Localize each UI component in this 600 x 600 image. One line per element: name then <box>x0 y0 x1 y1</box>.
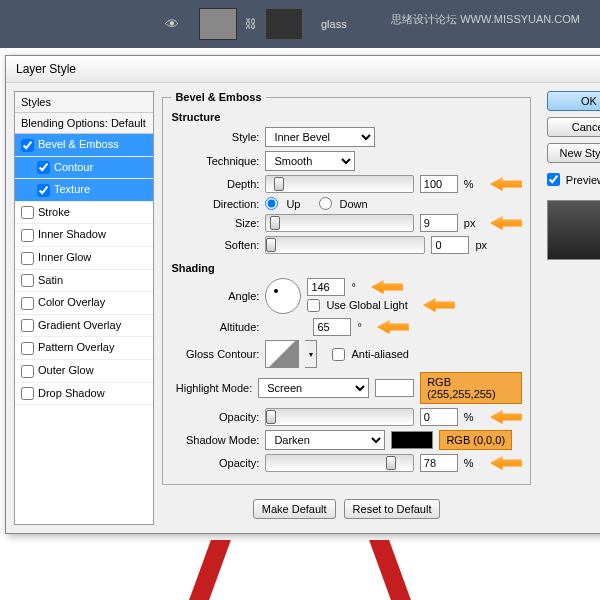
layer-style-dialog: Layer Style Styles Blending Options: Def… <box>5 55 600 534</box>
inner-glow-label: Inner Glow <box>38 251 91 263</box>
s-opacity-slider[interactable] <box>265 454 413 472</box>
sidebar-satin[interactable]: Satin <box>15 270 153 293</box>
sidebar-drop-shadow[interactable]: Drop Shadow <box>15 383 153 406</box>
down-label: Down <box>340 198 368 210</box>
up-label: Up <box>286 198 300 210</box>
depth-slider[interactable] <box>265 175 413 193</box>
shadow-rgb-tag: RGB (0,0,0) <box>439 430 512 450</box>
global-light-checkbox[interactable] <box>307 299 320 312</box>
contour-label: Contour <box>54 161 93 173</box>
outer-glow-checkbox[interactable] <box>21 365 34 378</box>
ok-button[interactable]: OK <box>547 91 600 111</box>
watermark: 思绪设计论坛 WWW.MISSYUAN.COM <box>391 12 580 27</box>
direction-down-radio[interactable] <box>319 197 332 210</box>
h-opacity-unit: % <box>464 411 484 423</box>
deg-unit: ° <box>357 321 361 333</box>
bevel-legend: Bevel & Emboss <box>171 91 265 103</box>
arrow-icon <box>490 216 522 230</box>
direction-label: Direction: <box>171 198 259 210</box>
sidebar-inner-glow[interactable]: Inner Glow <box>15 247 153 270</box>
link-icon: ⛓ <box>245 17 257 31</box>
stroke-label: Stroke <box>38 206 70 218</box>
pattern-overlay-label: Pattern Overlay <box>38 341 114 353</box>
size-input[interactable] <box>420 214 458 232</box>
sidebar-outer-glow[interactable]: Outer Glow <box>15 360 153 383</box>
contour-checkbox[interactable] <box>37 161 50 174</box>
sidebar-color-overlay[interactable]: Color Overlay <box>15 292 153 315</box>
size-slider[interactable] <box>265 214 413 232</box>
satin-checkbox[interactable] <box>21 274 34 287</box>
angle-label: Angle: <box>171 290 259 302</box>
sidebar-texture[interactable]: Texture <box>15 179 153 202</box>
drop-shadow-checkbox[interactable] <box>21 387 34 400</box>
antialias-checkbox[interactable] <box>332 348 345 361</box>
preview-thumbnail <box>547 200 600 260</box>
altitude-label: Altitude: <box>171 321 259 333</box>
gloss-contour-picker[interactable] <box>265 340 299 368</box>
soften-input[interactable] <box>431 236 469 254</box>
pattern-overlay-checkbox[interactable] <box>21 342 34 355</box>
angle-input[interactable] <box>307 278 345 296</box>
settings-panel: Bevel & Emboss Structure Style:Inner Bev… <box>162 91 538 525</box>
color-overlay-label: Color Overlay <box>38 296 105 308</box>
inner-shadow-checkbox[interactable] <box>21 229 34 242</box>
global-light-label: Use Global Light <box>326 299 407 311</box>
shadow-color-swatch[interactable] <box>391 431 433 449</box>
arrow-icon <box>377 320 409 334</box>
sidebar-inner-shadow[interactable]: Inner Shadow <box>15 224 153 247</box>
direction-up-radio[interactable] <box>265 197 278 210</box>
depth-input[interactable] <box>420 175 458 193</box>
deg-unit: ° <box>351 281 355 293</box>
gradient-overlay-checkbox[interactable] <box>21 319 34 332</box>
outer-glow-label: Outer Glow <box>38 364 94 376</box>
color-overlay-checkbox[interactable] <box>21 297 34 310</box>
reset-default-button[interactable]: Reset to Default <box>344 499 441 519</box>
s-opacity-input[interactable] <box>420 454 458 472</box>
preview-label: Preview <box>566 174 600 186</box>
layer-name[interactable]: glass <box>321 18 347 30</box>
gloss-label: Gloss Contour: <box>171 348 259 360</box>
sidebar-bevel[interactable]: Bevel & Emboss <box>15 134 153 157</box>
visibility-icon[interactable]: 👁 <box>165 16 179 32</box>
structure-heading: Structure <box>171 111 521 123</box>
mask-thumbnail[interactable] <box>265 8 303 40</box>
soften-slider[interactable] <box>265 236 425 254</box>
arrow-icon <box>490 177 522 191</box>
make-default-button[interactable]: Make Default <box>253 499 336 519</box>
drop-shadow-label: Drop Shadow <box>38 387 105 399</box>
highlight-mode-label: Highlight Mode: <box>171 382 252 394</box>
sidebar-gradient-overlay[interactable]: Gradient Overlay <box>15 315 153 338</box>
bevel-checkbox[interactable] <box>21 139 34 152</box>
gradient-overlay-label: Gradient Overlay <box>38 319 121 331</box>
bevel-label: Bevel & Emboss <box>38 138 119 150</box>
altitude-input[interactable] <box>313 318 351 336</box>
new-style-button[interactable]: New Style... <box>547 143 600 163</box>
technique-select[interactable]: Smooth <box>265 151 355 171</box>
sidebar-pattern-overlay[interactable]: Pattern Overlay <box>15 337 153 360</box>
texture-checkbox[interactable] <box>37 184 50 197</box>
arrow-icon <box>490 456 522 470</box>
arrow-icon <box>423 298 455 312</box>
h-opacity-label: Opacity: <box>171 411 259 423</box>
highlight-mode-select[interactable]: Screen <box>258 378 369 398</box>
sidebar-blending[interactable]: Blending Options: Default <box>15 113 153 134</box>
depth-unit: % <box>464 178 484 190</box>
inner-glow-checkbox[interactable] <box>21 252 34 265</box>
h-opacity-input[interactable] <box>420 408 458 426</box>
sidebar-styles[interactable]: Styles <box>15 92 153 113</box>
gloss-contour-dropdown[interactable]: ▾ <box>305 340 317 368</box>
preview-checkbox[interactable] <box>547 173 560 186</box>
satin-label: Satin <box>38 274 63 286</box>
cancel-button[interactable]: Cancel <box>547 117 600 137</box>
shadow-mode-select[interactable]: Darken <box>265 430 385 450</box>
style-label: Style: <box>171 131 259 143</box>
layer-thumbnail[interactable] <box>199 8 237 40</box>
sidebar-contour[interactable]: Contour <box>15 157 153 180</box>
shadow-mode-label: Shadow Mode: <box>171 434 259 446</box>
stroke-checkbox[interactable] <box>21 206 34 219</box>
sidebar-stroke[interactable]: Stroke <box>15 202 153 225</box>
highlight-color-swatch[interactable] <box>375 379 414 397</box>
style-select[interactable]: Inner Bevel <box>265 127 375 147</box>
h-opacity-slider[interactable] <box>265 408 413 426</box>
angle-dial[interactable] <box>265 278 301 314</box>
